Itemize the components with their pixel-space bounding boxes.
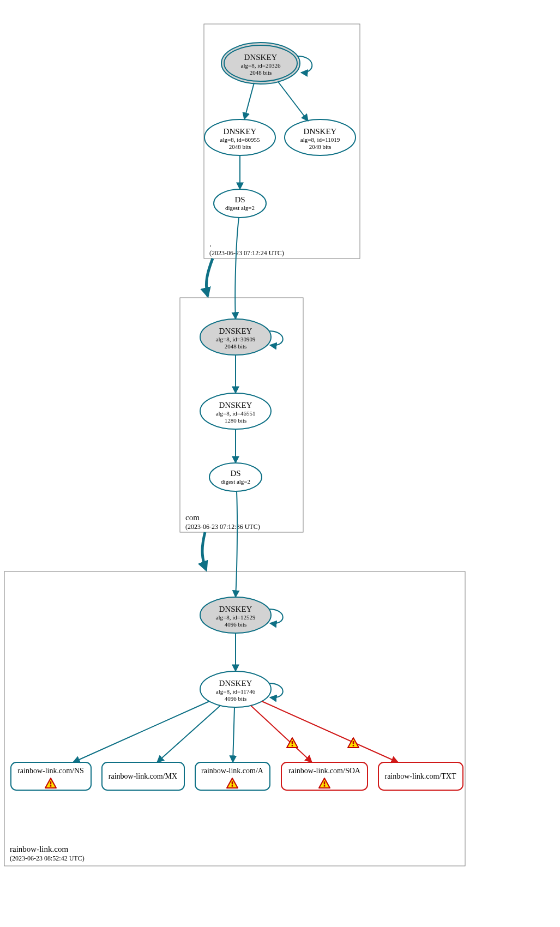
svg-text:1280 bits: 1280 bits [225,417,247,424]
svg-text:4096 bits: 4096 bits [225,695,247,702]
zone-ts-root: (2023-06-23 07:12:24 UTC) [209,249,284,257]
zone-ts-domain: (2023-06-23 08:52:42 UTC) [10,854,85,862]
record-txt: rainbow-link.com/TXT [378,762,463,790]
svg-text:rainbow-link.com/A: rainbow-link.com/A [201,767,264,775]
svg-text:4096 bits: 4096 bits [225,621,247,628]
edge-comds-domksk [236,491,237,597]
svg-text:DNSKEY: DNSKEY [244,53,278,62]
svg-text:DNSKEY: DNSKEY [304,127,337,136]
node-root-zsk2: DNSKEY alg=8, id=11019 2048 bits [285,119,356,155]
record-soa: rainbow-link.com/SOA [281,762,368,790]
svg-text:DNSKEY: DNSKEY [219,327,252,335]
node-dom-zsk: DNSKEY alg=8, id=11746 4096 bits [200,671,271,707]
edge-rootksk-zsk1 [244,83,254,119]
svg-text:digest alg=2: digest alg=2 [221,478,250,485]
svg-text:DNSKEY: DNSKEY [219,605,252,613]
node-com-ksk: DNSKEY alg=8, id=30909 2048 bits [200,319,271,355]
warning-icon [287,738,298,748]
svg-text:rainbow-link.com/MX: rainbow-link.com/MX [109,772,177,780]
zone-label-root: . [209,239,212,248]
svg-text:DNSKEY: DNSKEY [219,401,252,410]
edge-zsk-ns [73,701,209,762]
svg-text:alg=8, id=60955: alg=8, id=60955 [220,136,260,143]
svg-text:digest alg=2: digest alg=2 [225,204,255,211]
node-root-zsk1: DNSKEY alg=8, id=60955 2048 bits [204,119,275,155]
record-ns: rainbow-link.com/NS [11,762,91,790]
svg-text:DS: DS [234,195,245,204]
svg-text:alg=8, id=30909: alg=8, id=30909 [216,336,256,342]
svg-text:alg=8, id=20326: alg=8, id=20326 [241,62,281,69]
svg-text:DNSKEY: DNSKEY [219,679,252,688]
edge-zsk-txt [262,701,398,762]
svg-text:DS: DS [230,469,240,478]
record-mx: rainbow-link.com/MX [102,762,184,790]
svg-text:alg=8, id=12529: alg=8, id=12529 [216,614,256,621]
edge-zsk-soa [251,706,312,762]
record-a: rainbow-link.com/A [195,762,270,790]
svg-text:alg=8, id=11019: alg=8, id=11019 [300,136,340,143]
svg-text:rainbow-link.com/NS: rainbow-link.com/NS [17,767,84,775]
zone-label-com: com [185,513,200,522]
svg-text:rainbow-link.com/SOA: rainbow-link.com/SOA [288,767,361,775]
warning-icon [348,738,359,748]
zone-ts-com: (2023-06-23 07:12:36 UTC) [185,523,260,531]
node-dom-ksk: DNSKEY alg=8, id=12529 4096 bits [200,597,271,633]
svg-text:DNSKEY: DNSKEY [224,127,257,136]
node-root-ds: DS digest alg=2 [214,189,266,218]
zone-label-domain: rainbow-link.com [10,845,68,853]
svg-text:2048 bits: 2048 bits [309,143,332,150]
node-root-ksk: DNSKEY alg=8, id=20326 2048 bits [221,43,300,84]
edge-zsk-a [233,707,234,762]
svg-text:2048 bits: 2048 bits [250,69,272,76]
svg-text:2048 bits: 2048 bits [229,143,251,150]
edge-rootds-comksk [235,218,239,319]
edge-root-com-thick [206,258,213,296]
svg-text:alg=8, id=46551: alg=8, id=46551 [216,410,256,417]
node-com-ds: DS digest alg=2 [209,463,262,491]
svg-text:2048 bits: 2048 bits [225,343,247,350]
edge-com-dom-thick [202,532,206,570]
svg-text:rainbow-link.com/TXT: rainbow-link.com/TXT [384,772,456,780]
node-com-zsk: DNSKEY alg=8, id=46551 1280 bits [200,393,271,429]
svg-text:alg=8, id=11746: alg=8, id=11746 [216,688,256,695]
edge-zsk-mx [157,706,220,762]
edge-rootksk-zsk2 [278,82,308,121]
